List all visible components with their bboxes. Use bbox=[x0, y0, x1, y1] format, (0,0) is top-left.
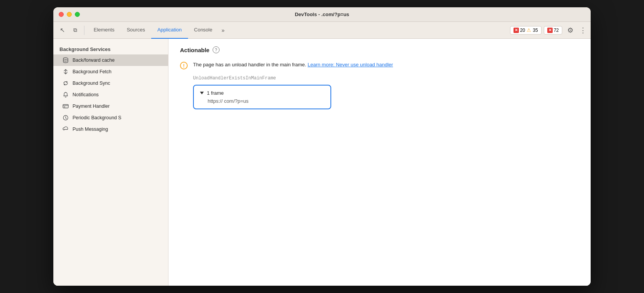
window-title: DevTools - .com/?p=us bbox=[295, 12, 349, 17]
sidebar-item-label-push: Push Messaging bbox=[73, 127, 108, 132]
settings-button[interactable]: ⚙ bbox=[565, 25, 576, 36]
titlebar: DevTools - .com/?p=us bbox=[53, 7, 591, 22]
help-icon[interactable]: ? bbox=[213, 46, 220, 53]
sidebar-item-backforward[interactable]: Back/forward cache bbox=[53, 54, 168, 66]
sidebar: Background Services Back/forward cache bbox=[53, 39, 168, 286]
bell-icon bbox=[63, 92, 69, 98]
sidebar-item-label-notifications: Notifications bbox=[73, 92, 99, 97]
warning-item: ! The page has an unload handler in the … bbox=[180, 61, 579, 69]
sidebar-item-label-payment: Payment Handler bbox=[73, 104, 110, 109]
tab-sources[interactable]: Sources bbox=[121, 22, 151, 39]
frame-box: 1 frame https:// com/?p=us bbox=[193, 85, 331, 109]
device-toggle-button[interactable]: ⧉ bbox=[69, 25, 81, 36]
cursor-tool-button[interactable]: ↖ bbox=[56, 25, 68, 36]
issues-icon: ✕ bbox=[547, 28, 553, 33]
toolbar-right: ✕ 20 ⚠ 35 ✕ 72 ⚙ ⋮ bbox=[510, 25, 588, 36]
frame-url: https:// com/?p=us bbox=[208, 98, 249, 104]
toolbar-divider bbox=[84, 26, 84, 35]
gear-icon: ⚙ bbox=[567, 26, 573, 35]
more-tabs-button[interactable]: » bbox=[218, 22, 228, 39]
arrows-icon bbox=[63, 69, 69, 75]
tab-application[interactable]: Application bbox=[151, 22, 188, 39]
learn-more-link[interactable]: Learn more: Never use unload handler bbox=[308, 62, 393, 67]
device-icon: ⧉ bbox=[73, 27, 77, 33]
svg-point-0 bbox=[63, 58, 68, 60]
warning-icon: ⚠ bbox=[526, 28, 532, 33]
minimize-button[interactable] bbox=[67, 12, 72, 17]
tab-elements[interactable]: Elements bbox=[88, 22, 121, 39]
svg-point-1 bbox=[65, 92, 66, 93]
traffic-lights bbox=[59, 12, 80, 17]
clock-icon bbox=[63, 115, 69, 121]
sidebar-item-background-fetch[interactable]: Background Fetch bbox=[53, 66, 168, 77]
devtools-window: DevTools - .com/?p=us ↖ ⧉ Elements Sourc… bbox=[53, 7, 591, 286]
tab-console[interactable]: Console bbox=[188, 22, 219, 39]
toolbar: ↖ ⧉ Elements Sources Application Console… bbox=[53, 22, 591, 39]
close-button[interactable] bbox=[59, 12, 64, 17]
sidebar-item-label-sync: Background Sync bbox=[73, 81, 110, 86]
sidebar-section-title: Background Services bbox=[53, 43, 168, 54]
svg-rect-2 bbox=[63, 105, 68, 108]
content-area: Background Services Back/forward cache bbox=[53, 39, 591, 286]
main-panel: Actionable ? ! The page has an unload ha… bbox=[168, 39, 591, 286]
issues-badge[interactable]: ✕ 72 bbox=[544, 26, 562, 35]
more-options-button[interactable]: ⋮ bbox=[578, 25, 588, 36]
maximize-button[interactable] bbox=[75, 12, 80, 17]
warning-text: The page has an unload handler in the ma… bbox=[193, 61, 393, 69]
sidebar-item-payment[interactable]: Payment Handler bbox=[53, 100, 168, 112]
sidebar-item-background-sync[interactable]: Background Sync bbox=[53, 77, 168, 89]
key-label: UnloadHandlerExistsInMainFrame bbox=[180, 76, 579, 81]
sidebar-item-label-periodic: Periodic Background S bbox=[73, 115, 121, 120]
frame-count: 1 frame bbox=[207, 90, 224, 96]
warning-circle-icon: ! bbox=[180, 62, 188, 69]
sidebar-item-periodic[interactable]: Periodic Background S bbox=[53, 112, 168, 123]
frame-url-row: https:// com/?p=us bbox=[200, 98, 324, 104]
sidebar-item-push[interactable]: Push Messaging bbox=[53, 123, 168, 135]
card-icon bbox=[63, 103, 69, 109]
frame-count-row: 1 frame bbox=[200, 90, 324, 96]
actionable-header: Actionable ? bbox=[180, 46, 579, 53]
sidebar-item-label-backforward: Back/forward cache bbox=[73, 58, 115, 63]
dots-icon: ⋮ bbox=[580, 26, 586, 35]
sidebar-item-notifications[interactable]: Notifications bbox=[53, 89, 168, 100]
database-icon bbox=[63, 57, 69, 63]
actionable-title: Actionable bbox=[180, 47, 210, 53]
cloud-icon bbox=[63, 126, 69, 132]
triangle-icon bbox=[200, 92, 204, 94]
sidebar-item-label-fetch: Background Fetch bbox=[73, 69, 111, 74]
sync-icon bbox=[63, 80, 69, 86]
cursor-icon: ↖ bbox=[60, 26, 65, 34]
errors-badge[interactable]: ✕ 20 ⚠ 35 bbox=[510, 26, 542, 35]
tab-bar: Elements Sources Application Console » bbox=[88, 22, 509, 39]
svg-rect-3 bbox=[64, 107, 65, 107]
error-icon: ✕ bbox=[514, 28, 519, 33]
